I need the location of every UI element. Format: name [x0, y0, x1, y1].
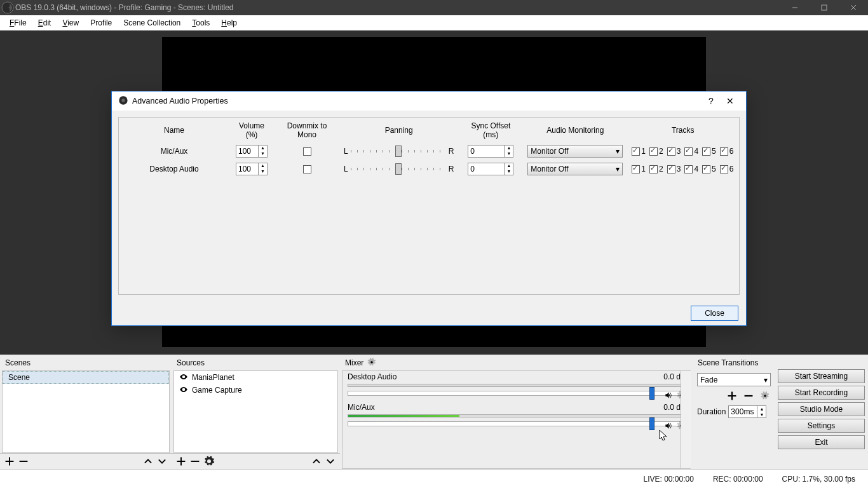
source-item-label: Game Capture	[192, 386, 242, 395]
mixer-slider[interactable]	[348, 421, 686, 426]
dialog-close-button[interactable]: ✕	[721, 96, 740, 106]
visibility-icon[interactable]	[179, 372, 188, 383]
transition-settings-button[interactable]	[759, 390, 771, 402]
mixer-panel: Mixer Desktop Audio0.0 dB Mic/Aux0.0 dB	[340, 355, 693, 469]
dialog-help-button[interactable]: ?	[702, 96, 721, 106]
mixer-scrollbar[interactable]	[681, 371, 691, 468]
sync-offset-input[interactable]: ▲▼	[468, 163, 513, 175]
scenes-list[interactable]: Scene	[2, 370, 170, 453]
mixer-slider[interactable]	[348, 391, 686, 396]
panning-slider[interactable]	[351, 150, 446, 152]
transition-select[interactable]: Fade▾	[697, 373, 771, 386]
track-checkbox-4[interactable]	[684, 147, 693, 156]
audio-row: Mic/Aux ▲▼ LR ▲▼ Monitor Off▾ 1 2 3 4 5 …	[120, 143, 738, 159]
volume-input[interactable]: ▲▼	[236, 145, 268, 158]
monitoring-select[interactable]: Monitor Off▾	[527, 145, 623, 158]
maximize-button[interactable]	[810, 0, 839, 15]
volume-input[interactable]: ▲▼	[236, 163, 268, 175]
track-checkbox-6[interactable]	[720, 147, 728, 156]
source-add-button[interactable]	[175, 456, 187, 467]
col-name: Name	[120, 119, 228, 142]
source-up-button[interactable]	[311, 456, 322, 467]
settings-button[interactable]: Settings	[778, 419, 865, 433]
scene-down-button[interactable]	[156, 456, 168, 467]
source-down-button[interactable]	[325, 456, 336, 467]
mixer-header: Mixer	[340, 355, 693, 370]
track-checkbox-5[interactable]	[702, 165, 710, 173]
start-recording-button[interactable]: Start Recording	[778, 386, 865, 400]
sources-list[interactable]: ManiaPlanet Game Capture	[173, 370, 338, 453]
col-panning: Panning	[340, 119, 458, 142]
track-checkbox-1[interactable]	[632, 147, 640, 156]
track-checkbox-2[interactable]	[649, 165, 658, 173]
scenes-panel: Scenes Scene	[0, 355, 172, 469]
controls-panel: Start Streaming Start Recording Studio M…	[775, 355, 867, 469]
mixer-settings-icon[interactable]	[367, 358, 376, 369]
dialog-body: Name Volume (%) Downmix to Mono Panning …	[118, 117, 740, 295]
menu-help[interactable]: Help	[215, 18, 243, 27]
mute-icon[interactable]	[664, 421, 673, 432]
studio-mode-button[interactable]: Studio Mode	[778, 402, 865, 416]
minimize-button[interactable]	[780, 0, 810, 15]
scene-item-label: Scene	[8, 373, 30, 382]
pan-l-label: L	[344, 165, 348, 173]
transition-remove-button[interactable]	[743, 390, 754, 402]
pan-r-label: R	[449, 165, 454, 173]
status-cpu: CPU: 1.7%, 30.00 fps	[782, 475, 855, 484]
menu-file[interactable]: FFileFile	[4, 18, 32, 27]
dialog-titlebar[interactable]: Advanced Audio Properties ? ✕	[112, 92, 746, 111]
visibility-icon[interactable]	[179, 385, 188, 396]
tracks-group: 1 2 3 4 5 6	[632, 165, 734, 173]
status-rec: REC: 00:00:00	[713, 475, 763, 484]
source-item[interactable]: ManiaPlanet	[174, 371, 337, 384]
exit-button[interactable]: Exit	[778, 435, 865, 449]
status-live: LIVE: 00:00:00	[643, 475, 693, 484]
source-item[interactable]: Game Capture	[174, 384, 337, 396]
menu-view[interactable]: View	[57, 18, 85, 27]
scene-add-button[interactable]	[4, 456, 15, 467]
audio-name: Mic/Aux	[120, 143, 228, 159]
track-checkbox-3[interactable]	[667, 147, 675, 156]
source-remove-button[interactable]	[189, 456, 201, 467]
pan-r-label: R	[449, 147, 454, 156]
menu-profile[interactable]: Profile	[85, 18, 118, 27]
chevron-down-icon: ▾	[616, 147, 620, 156]
transition-current: Fade	[700, 376, 717, 384]
audio-name: Desktop Audio	[120, 161, 228, 177]
duration-input[interactable]: ▲▼	[728, 405, 766, 418]
mute-icon[interactable]	[664, 391, 673, 402]
scene-item[interactable]: Scene	[3, 371, 169, 384]
audio-row: Desktop Audio ▲▼ LR ▲▼ Monitor Off▾ 1 2 …	[120, 161, 738, 177]
track-checkbox-3[interactable]	[667, 165, 675, 173]
menu-scene-collection[interactable]: Scene Collection	[118, 18, 186, 27]
monitoring-select[interactable]: Monitor Off▾	[527, 163, 623, 175]
track-checkbox-5[interactable]	[702, 147, 710, 156]
main-menu: FFileFile Edit View Profile Scene Collec…	[0, 15, 868, 30]
scene-up-button[interactable]	[142, 456, 154, 467]
chevron-down-icon: ▾	[764, 376, 768, 384]
transitions-panel: Scene Transitions Fade▾ Duration ▲▼	[693, 355, 775, 469]
pan-l-label: L	[344, 147, 348, 156]
menu-tools[interactable]: Tools	[186, 18, 215, 27]
dialog-close-footer-button[interactable]: Close	[691, 306, 738, 321]
scene-remove-button[interactable]	[18, 456, 29, 467]
track-checkbox-6[interactable]	[720, 165, 728, 173]
downmix-checkbox[interactable]	[303, 165, 311, 173]
menu-edit[interactable]: Edit	[32, 18, 57, 27]
sync-offset-input[interactable]: ▲▼	[468, 145, 513, 158]
start-streaming-button[interactable]: Start Streaming	[778, 369, 865, 383]
scenes-header: Scenes	[0, 355, 172, 370]
window-title: OBS 19.0.3 (64bit, windows) - Profile: G…	[15, 3, 780, 12]
source-settings-button[interactable]	[203, 456, 215, 467]
downmix-checkbox[interactable]	[303, 147, 311, 156]
track-checkbox-2[interactable]	[649, 147, 658, 156]
col-volume: Volume (%)	[229, 119, 274, 142]
svg-rect-2	[822, 5, 827, 10]
track-checkbox-1[interactable]	[632, 165, 640, 173]
close-button[interactable]	[839, 0, 868, 15]
col-sync: Sync Offset (ms)	[459, 119, 522, 142]
panning-slider[interactable]	[351, 168, 446, 170]
track-checkbox-4[interactable]	[684, 165, 693, 173]
mixer-meter	[348, 414, 686, 417]
transition-add-button[interactable]	[726, 390, 738, 402]
